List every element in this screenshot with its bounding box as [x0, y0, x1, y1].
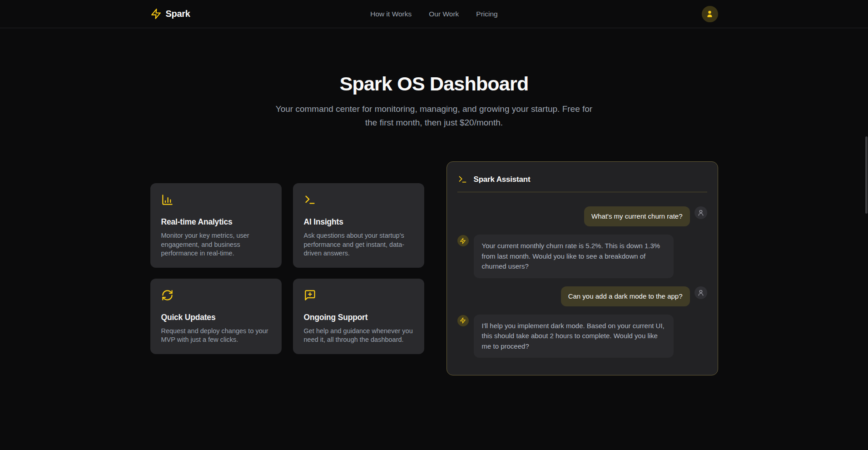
feature-description: Ask questions about your startup's perfo…: [304, 231, 413, 258]
page-scrollbar[interactable]: [863, 0, 868, 450]
user-avatar: [694, 206, 707, 219]
account-avatar-button[interactable]: [702, 6, 718, 22]
user-message-bubble: What's my current churn rate?: [584, 206, 689, 226]
assistant-message-row: I'll help you implement dark mode. Based…: [457, 315, 707, 358]
message-square-plus-icon: [304, 289, 316, 301]
feature-description: Get help and guidance whenever you need …: [304, 327, 413, 345]
spark-assistant-panel: Spark Assistant What's my current churn …: [446, 161, 718, 375]
nav-right: [498, 6, 718, 22]
user-message-row: What's my current churn rate?: [457, 206, 707, 226]
zap-icon: [460, 238, 466, 244]
message-list: What's my current churn rate? Your curre…: [457, 192, 707, 358]
page-subtitle: Your command center for monitoring, mana…: [275, 102, 593, 130]
assistant-message-bubble: Your current monthly churn rate is 5.2%.…: [474, 235, 674, 278]
user-icon: [697, 209, 704, 216]
main-content: Spark OS Dashboard Your command center f…: [0, 28, 868, 375]
nav-link-pricing[interactable]: Pricing: [476, 10, 497, 18]
user-icon: [705, 10, 714, 18]
assistant-header: Spark Assistant: [457, 171, 707, 192]
features-grid: Real-time Analytics Monitor your key met…: [150, 183, 424, 354]
user-icon: [697, 289, 704, 296]
zap-icon: [460, 317, 466, 324]
assistant-avatar: [457, 315, 469, 326]
page-title: Spark OS Dashboard: [0, 73, 868, 95]
nav-link-our-work[interactable]: Our Work: [429, 10, 459, 18]
feature-description: Request and deploy changes to your MVP w…: [161, 327, 271, 345]
feature-title: Ongoing Support: [304, 313, 413, 322]
navbar: Spark How it Works Our Work Pricing: [0, 0, 868, 28]
user-message-bubble: Can you add a dark mode to the app?: [561, 286, 690, 306]
terminal-icon: [458, 175, 467, 184]
content-row: Real-time Analytics Monitor your key met…: [150, 161, 718, 375]
feature-card-ongoing-support: Ongoing Support Get help and guidance wh…: [293, 279, 424, 354]
feature-description: Monitor your key metrics, user engagemen…: [161, 231, 271, 258]
chart-column-icon: [161, 194, 174, 206]
assistant-message-bubble: I'll help you implement dark mode. Based…: [474, 315, 674, 358]
navbar-inner: Spark How it Works Our Work Pricing: [150, 6, 718, 22]
refresh-icon: [161, 289, 174, 301]
nav-link-how-it-works[interactable]: How it Works: [370, 10, 412, 18]
feature-title: Real-time Analytics: [161, 217, 271, 227]
feature-card-ai-insights: AI Insights Ask questions about your sta…: [293, 183, 424, 268]
brand-name: Spark: [166, 9, 190, 19]
assistant-title: Spark Assistant: [474, 175, 531, 184]
main-nav: How it Works Our Work Pricing: [370, 10, 497, 18]
feature-card-quick-updates: Quick Updates Request and deploy changes…: [150, 279, 282, 354]
assistant-avatar: [457, 235, 469, 246]
terminal-icon: [304, 194, 316, 206]
zap-icon: [150, 8, 162, 20]
scrollbar-thumb[interactable]: [865, 136, 868, 214]
assistant-message-row: Your current monthly churn rate is 5.2%.…: [457, 235, 707, 278]
feature-card-realtime-analytics: Real-time Analytics Monitor your key met…: [150, 183, 282, 268]
user-avatar: [694, 286, 707, 299]
hero-section: Spark OS Dashboard Your command center f…: [0, 28, 868, 130]
user-message-row: Can you add a dark mode to the app?: [457, 286, 707, 306]
brand-logo[interactable]: Spark: [150, 8, 371, 20]
feature-title: AI Insights: [304, 217, 413, 227]
feature-title: Quick Updates: [161, 313, 271, 322]
